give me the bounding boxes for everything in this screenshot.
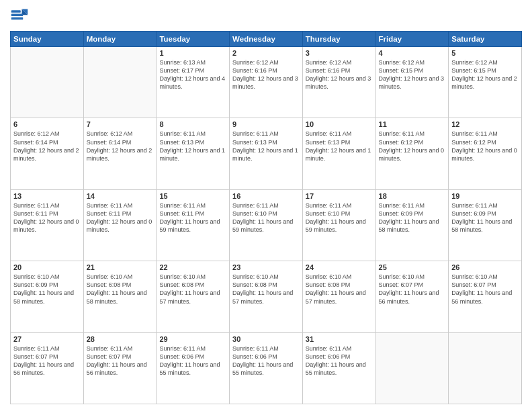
day-number: 7: [87, 120, 154, 128]
calendar-cell: [11, 47, 84, 118]
calendar-week-1: 1Sunrise: 6:13 AM Sunset: 6:17 PM Daylig…: [11, 47, 522, 118]
header-day-thursday: Thursday: [302, 32, 375, 47]
header-day-friday: Friday: [375, 32, 449, 47]
calendar-cell: 28Sunrise: 6:11 AM Sunset: 6:07 PM Dayli…: [83, 332, 157, 404]
calendar-cell: 31Sunrise: 6:11 AM Sunset: 6:06 PM Dayli…: [302, 332, 375, 404]
calendar-cell: 4Sunrise: 6:12 AM Sunset: 6:15 PM Daylig…: [375, 47, 449, 118]
day-number: 24: [306, 263, 373, 271]
calendar-week-4: 20Sunrise: 6:10 AM Sunset: 6:09 PM Dayli…: [11, 261, 522, 332]
day-number: 3: [306, 49, 373, 57]
day-number: 10: [306, 120, 373, 128]
calendar-cell: 1Sunrise: 6:13 AM Sunset: 6:17 PM Daylig…: [157, 47, 230, 118]
day-info: Sunrise: 6:11 AM Sunset: 6:07 PM Dayligh…: [87, 345, 154, 377]
day-number: 16: [232, 192, 300, 200]
day-number: 9: [232, 120, 300, 128]
svg-rect-5: [11, 17, 24, 20]
calendar-cell: 15Sunrise: 6:11 AM Sunset: 6:11 PM Dayli…: [157, 189, 230, 261]
day-info: Sunrise: 6:10 AM Sunset: 6:07 PM Dayligh…: [451, 273, 519, 306]
day-info: Sunrise: 6:10 AM Sunset: 6:07 PM Dayligh…: [379, 273, 446, 306]
day-info: Sunrise: 6:11 AM Sunset: 6:09 PM Dayligh…: [379, 201, 446, 234]
calendar-cell: [449, 332, 522, 404]
calendar-week-5: 27Sunrise: 6:11 AM Sunset: 6:07 PM Dayli…: [11, 332, 522, 404]
calendar-cell: 11Sunrise: 6:11 AM Sunset: 6:12 PM Dayli…: [375, 118, 449, 189]
day-info: Sunrise: 6:12 AM Sunset: 6:16 PM Dayligh…: [232, 58, 300, 91]
day-info: Sunrise: 6:11 AM Sunset: 6:13 PM Dayligh…: [232, 130, 300, 163]
calendar-cell: 5Sunrise: 6:12 AM Sunset: 6:15 PM Daylig…: [449, 47, 522, 118]
day-number: 18: [379, 192, 446, 200]
day-info: Sunrise: 6:11 AM Sunset: 6:11 PM Dayligh…: [159, 201, 226, 234]
day-number: 26: [451, 263, 519, 271]
day-number: 1: [159, 49, 226, 57]
calendar-cell: 14Sunrise: 6:11 AM Sunset: 6:11 PM Dayli…: [83, 189, 157, 261]
calendar-cell: 30Sunrise: 6:11 AM Sunset: 6:06 PM Dayli…: [230, 332, 303, 404]
day-number: 27: [13, 335, 81, 343]
header-day-sunday: Sunday: [11, 32, 84, 47]
day-info: Sunrise: 6:11 AM Sunset: 6:06 PM Dayligh…: [159, 345, 226, 377]
calendar-cell: 10Sunrise: 6:11 AM Sunset: 6:13 PM Dayli…: [302, 118, 375, 189]
calendar-header: SundayMondayTuesdayWednesdayThursdayFrid…: [11, 32, 522, 47]
calendar-cell: 23Sunrise: 6:10 AM Sunset: 6:08 PM Dayli…: [230, 261, 303, 332]
day-info: Sunrise: 6:10 AM Sunset: 6:08 PM Dayligh…: [232, 273, 300, 306]
calendar-cell: 16Sunrise: 6:11 AM Sunset: 6:10 PM Dayli…: [230, 189, 303, 261]
day-number: 19: [451, 192, 519, 200]
day-info: Sunrise: 6:12 AM Sunset: 6:16 PM Dayligh…: [306, 58, 373, 91]
day-number: 2: [232, 49, 300, 57]
header-day-wednesday: Wednesday: [230, 32, 303, 47]
svg-rect-3: [11, 10, 21, 13]
day-number: 11: [379, 120, 446, 128]
day-info: Sunrise: 6:10 AM Sunset: 6:09 PM Dayligh…: [13, 273, 81, 306]
day-number: 31: [306, 335, 373, 343]
header-day-tuesday: Tuesday: [157, 32, 230, 47]
logo: [10, 7, 32, 26]
day-info: Sunrise: 6:10 AM Sunset: 6:08 PM Dayligh…: [159, 273, 226, 306]
header: [10, 7, 522, 26]
calendar-cell: 19Sunrise: 6:11 AM Sunset: 6:09 PM Dayli…: [449, 189, 522, 261]
day-info: Sunrise: 6:11 AM Sunset: 6:12 PM Dayligh…: [451, 130, 519, 163]
day-info: Sunrise: 6:11 AM Sunset: 6:10 PM Dayligh…: [306, 201, 373, 234]
calendar-cell: [83, 47, 157, 118]
day-number: 25: [379, 263, 446, 271]
day-info: Sunrise: 6:11 AM Sunset: 6:10 PM Dayligh…: [232, 201, 300, 234]
day-number: 22: [159, 263, 226, 271]
day-number: 30: [232, 335, 300, 343]
calendar-cell: 8Sunrise: 6:11 AM Sunset: 6:13 PM Daylig…: [157, 118, 230, 189]
day-number: 28: [87, 335, 154, 343]
day-info: Sunrise: 6:11 AM Sunset: 6:09 PM Dayligh…: [451, 201, 519, 234]
calendar-cell: 17Sunrise: 6:11 AM Sunset: 6:10 PM Dayli…: [302, 189, 375, 261]
day-info: Sunrise: 6:11 AM Sunset: 6:11 PM Dayligh…: [87, 201, 154, 234]
day-info: Sunrise: 6:11 AM Sunset: 6:13 PM Dayligh…: [159, 130, 226, 163]
calendar-week-3: 13Sunrise: 6:11 AM Sunset: 6:11 PM Dayli…: [11, 189, 522, 261]
day-number: 20: [13, 263, 81, 271]
day-info: Sunrise: 6:12 AM Sunset: 6:14 PM Dayligh…: [87, 130, 154, 163]
day-number: 5: [451, 49, 519, 57]
day-info: Sunrise: 6:12 AM Sunset: 6:14 PM Dayligh…: [13, 130, 81, 163]
calendar-table: SundayMondayTuesdayWednesdayThursdayFrid…: [10, 31, 522, 404]
day-number: 15: [159, 192, 226, 200]
day-info: Sunrise: 6:11 AM Sunset: 6:07 PM Dayligh…: [13, 345, 81, 377]
day-info: Sunrise: 6:11 AM Sunset: 6:12 PM Dayligh…: [379, 130, 446, 163]
day-number: 29: [159, 335, 226, 343]
calendar-cell: 6Sunrise: 6:12 AM Sunset: 6:14 PM Daylig…: [11, 118, 84, 189]
day-info: Sunrise: 6:12 AM Sunset: 6:15 PM Dayligh…: [379, 58, 446, 91]
header-day-saturday: Saturday: [449, 32, 522, 47]
page: SundayMondayTuesdayWednesdayThursdayFrid…: [0, 0, 532, 411]
calendar-cell: 22Sunrise: 6:10 AM Sunset: 6:08 PM Dayli…: [157, 261, 230, 332]
day-number: 6: [13, 120, 81, 128]
calendar-cell: 3Sunrise: 6:12 AM Sunset: 6:16 PM Daylig…: [302, 47, 375, 118]
day-info: Sunrise: 6:11 AM Sunset: 6:06 PM Dayligh…: [232, 345, 300, 377]
day-info: Sunrise: 6:10 AM Sunset: 6:08 PM Dayligh…: [306, 273, 373, 306]
day-number: 14: [87, 192, 154, 200]
calendar-cell: 20Sunrise: 6:10 AM Sunset: 6:09 PM Dayli…: [11, 261, 84, 332]
header-row: SundayMondayTuesdayWednesdayThursdayFrid…: [11, 32, 522, 47]
day-info: Sunrise: 6:12 AM Sunset: 6:15 PM Dayligh…: [451, 58, 519, 91]
day-number: 12: [451, 120, 519, 128]
day-number: 4: [379, 49, 446, 57]
calendar-cell: 12Sunrise: 6:11 AM Sunset: 6:12 PM Dayli…: [449, 118, 522, 189]
calendar-cell: 13Sunrise: 6:11 AM Sunset: 6:11 PM Dayli…: [11, 189, 84, 261]
calendar-week-2: 6Sunrise: 6:12 AM Sunset: 6:14 PM Daylig…: [11, 118, 522, 189]
day-number: 21: [87, 263, 154, 271]
calendar-cell: 9Sunrise: 6:11 AM Sunset: 6:13 PM Daylig…: [230, 118, 303, 189]
logo-icon: [10, 7, 29, 26]
calendar-cell: 2Sunrise: 6:12 AM Sunset: 6:16 PM Daylig…: [230, 47, 303, 118]
day-number: 13: [13, 192, 81, 200]
